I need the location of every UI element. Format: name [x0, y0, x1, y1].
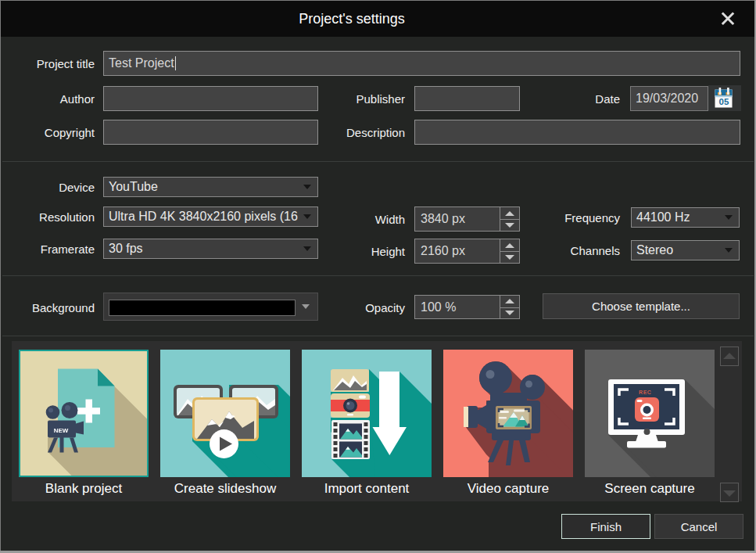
- svg-text:REC: REC: [639, 390, 651, 395]
- svg-text:NEW: NEW: [54, 427, 69, 434]
- svg-text:05: 05: [719, 97, 729, 106]
